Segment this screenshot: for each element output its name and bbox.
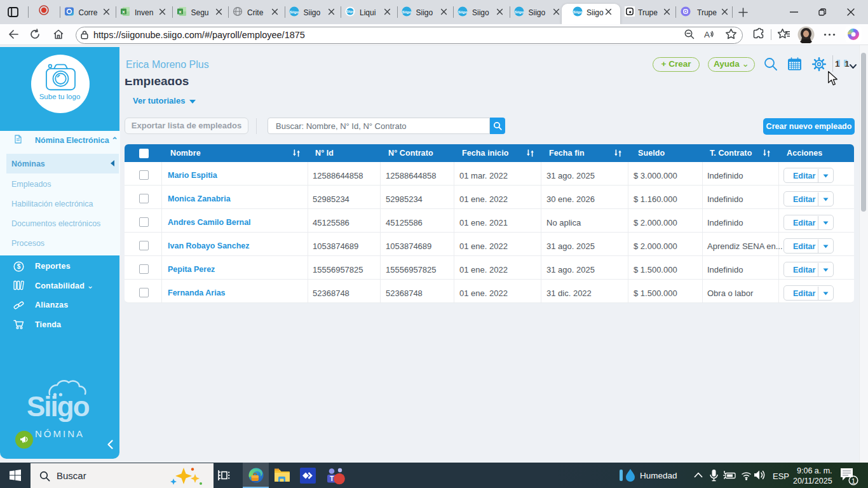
- svg-text:A: A: [704, 30, 710, 39]
- svg-text:1: 1: [851, 477, 855, 485]
- svg-text:$: $: [17, 263, 21, 270]
- svg-text:Siigo: Siigo: [289, 10, 299, 14]
- svg-text:Siigo: Siigo: [514, 10, 524, 14]
- svg-text:Siigo: Siigo: [458, 10, 467, 14]
- svg-text:x: x: [122, 9, 125, 15]
- svg-text:Siigo: Siigo: [27, 391, 90, 422]
- svg-text:T: T: [330, 475, 334, 482]
- svg-text:Siigo: Siigo: [346, 10, 354, 13]
- svg-text:x: x: [179, 9, 182, 15]
- svg-text:Siigo: Siigo: [573, 10, 582, 14]
- svg-text:Siigo: Siigo: [402, 10, 411, 14]
